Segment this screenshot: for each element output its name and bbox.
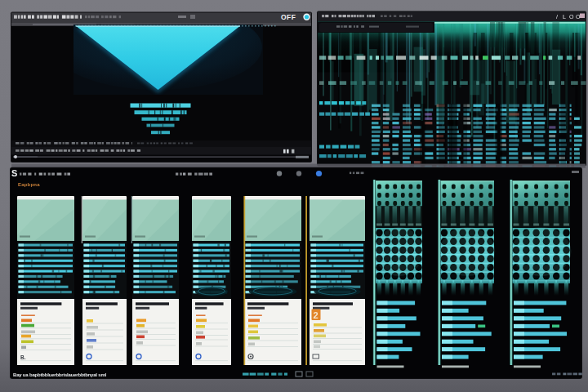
svg-text:OFF: OFF bbox=[281, 13, 296, 21]
svg-text:Eapbpna: Eapbpna bbox=[18, 182, 40, 187]
svg-text:Bay ua bapbtbbluerbbrislauerbb: Bay ua bapbtbbluerbbrislauerbbtbnyal sml bbox=[13, 372, 107, 377]
svg-text:2: 2 bbox=[314, 310, 318, 320]
svg-text:L: L bbox=[563, 14, 566, 20]
svg-text:O: O bbox=[569, 14, 574, 20]
svg-text:S: S bbox=[11, 168, 17, 178]
svg-text:B.: B. bbox=[20, 354, 26, 360]
svg-text:/: / bbox=[556, 14, 558, 20]
